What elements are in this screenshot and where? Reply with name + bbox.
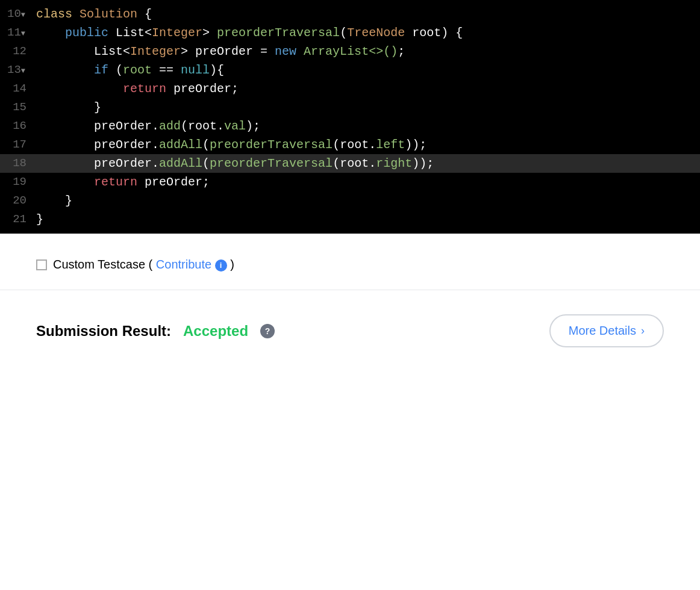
code-token: public xyxy=(65,26,108,40)
code-token: if xyxy=(94,63,108,77)
contribute-link[interactable]: Contribute xyxy=(156,258,211,271)
code-content: } xyxy=(36,210,700,229)
code-token: root) { xyxy=(405,26,463,40)
line-number: 17 xyxy=(0,136,36,154)
code-token: addAll xyxy=(159,138,202,152)
more-details-button[interactable]: More Details › xyxy=(549,314,664,347)
testcase-label: Custom Testcase ( Contribute i ) xyxy=(53,258,234,272)
code-token: preOrder; xyxy=(166,82,239,96)
code-token: } xyxy=(36,194,72,208)
code-token: Integer xyxy=(152,26,202,40)
line-number: 19 xyxy=(0,173,36,191)
submission-result-area: Submission Result: Accepted ? More Detai… xyxy=(0,290,700,371)
code-token: class xyxy=(36,7,80,21)
code-line: 20 } xyxy=(0,191,700,210)
code-token: ( xyxy=(340,26,347,40)
code-token: > xyxy=(202,26,217,40)
code-token: ); xyxy=(246,119,260,133)
code-token: == xyxy=(152,63,181,77)
line-number: 21 xyxy=(0,211,36,228)
code-line: 15 } xyxy=(0,98,700,117)
code-token: Solution xyxy=(80,7,137,21)
code-line: 19 return preOrder; xyxy=(0,173,700,191)
code-content: if (root == null){ xyxy=(36,61,700,79)
code-token: ( xyxy=(202,157,210,170)
code-line: 13▼ if (root == null){ xyxy=(0,61,700,79)
fold-arrow[interactable]: ▼ xyxy=(21,28,25,40)
code-content: return preOrder; xyxy=(36,173,700,191)
code-token: (root. xyxy=(333,138,376,152)
code-token: add xyxy=(159,119,181,133)
line-number: 13▼ xyxy=(0,61,36,79)
code-token: } xyxy=(36,213,43,226)
code-token: return xyxy=(123,82,166,96)
info-icon: i xyxy=(215,259,227,272)
chevron-right-icon: › xyxy=(641,324,645,337)
code-token: preOrder; xyxy=(137,175,210,189)
code-editor: 10▼class Solution {11▼ public List<Integ… xyxy=(0,0,700,234)
code-content: return preOrder; xyxy=(36,79,700,98)
line-number: 10▼ xyxy=(0,5,36,23)
code-token: new xyxy=(275,45,296,58)
fold-arrow[interactable]: ▼ xyxy=(21,10,25,21)
accepted-text: Accepted xyxy=(183,323,248,340)
code-token: } xyxy=(36,101,101,114)
code-token: (root. xyxy=(333,157,376,170)
code-token: Integer xyxy=(130,45,181,58)
code-content: } xyxy=(36,98,700,117)
code-token: ( xyxy=(108,63,123,77)
code-token xyxy=(296,45,304,58)
fold-arrow[interactable]: ▼ xyxy=(21,66,25,77)
code-token: preorderTraversal xyxy=(210,157,333,170)
code-line: 14 return preOrder; xyxy=(0,79,700,98)
code-token: null xyxy=(181,63,210,77)
code-content: } xyxy=(36,191,700,210)
code-line: 11▼ public List<Integer> preorderTravers… xyxy=(0,23,700,42)
code-token: List< xyxy=(36,45,130,58)
code-content: preOrder.addAll(preorderTraversal(root.l… xyxy=(36,135,700,154)
code-token: (root. xyxy=(181,119,224,133)
testcase-label-text: Custom Testcase ( xyxy=(53,258,152,271)
code-line: 21} xyxy=(0,210,700,229)
code-token: val xyxy=(224,119,246,133)
code-line: 10▼class Solution { xyxy=(0,5,700,23)
line-number: 12 xyxy=(0,43,36,60)
code-token: preOrder. xyxy=(36,119,159,133)
code-content: List<Integer> preOrder = new ArrayList<>… xyxy=(36,42,700,61)
line-number: 14 xyxy=(0,80,36,98)
code-token: right xyxy=(376,157,412,170)
code-token: )); xyxy=(412,157,434,170)
code-token: preorderTraversal xyxy=(210,138,333,152)
code-token: )); xyxy=(405,138,427,152)
code-token: preOrder. xyxy=(36,157,159,170)
code-token: preOrder. xyxy=(36,138,159,152)
code-token: ( xyxy=(202,138,210,152)
code-token: ArrayList<>() xyxy=(304,45,398,58)
code-token: List< xyxy=(108,26,152,40)
line-number: 15 xyxy=(0,99,36,116)
code-token: > preOrder = xyxy=(181,45,275,58)
more-details-label: More Details xyxy=(569,324,636,338)
code-token: preorderTraversal xyxy=(217,26,340,40)
code-token: addAll xyxy=(159,157,202,170)
code-token: ){ xyxy=(210,63,224,77)
code-line: 18 preOrder.addAll(preorderTraversal(roo… xyxy=(0,154,700,173)
code-content: preOrder.add(root.val); xyxy=(36,117,700,135)
line-number: 18 xyxy=(0,155,36,172)
code-token: TreeNode xyxy=(347,26,405,40)
code-token: ; xyxy=(398,45,405,58)
code-token xyxy=(36,82,123,96)
code-token: left xyxy=(376,138,405,152)
line-number: 11▼ xyxy=(0,24,36,42)
custom-testcase-checkbox[interactable] xyxy=(36,259,47,270)
code-content: public List<Integer> preorderTraversal(T… xyxy=(36,23,700,42)
line-number: 16 xyxy=(0,117,36,135)
custom-testcase-area: Custom Testcase ( Contribute i ) xyxy=(0,234,700,290)
code-content: preOrder.addAll(preorderTraversal(root.r… xyxy=(36,154,700,173)
code-token xyxy=(36,175,94,189)
code-token: root xyxy=(123,63,152,77)
code-token: return xyxy=(94,175,137,189)
submission-label: Submission Result: xyxy=(36,323,171,340)
code-token xyxy=(36,26,65,40)
line-number: 20 xyxy=(0,192,36,210)
